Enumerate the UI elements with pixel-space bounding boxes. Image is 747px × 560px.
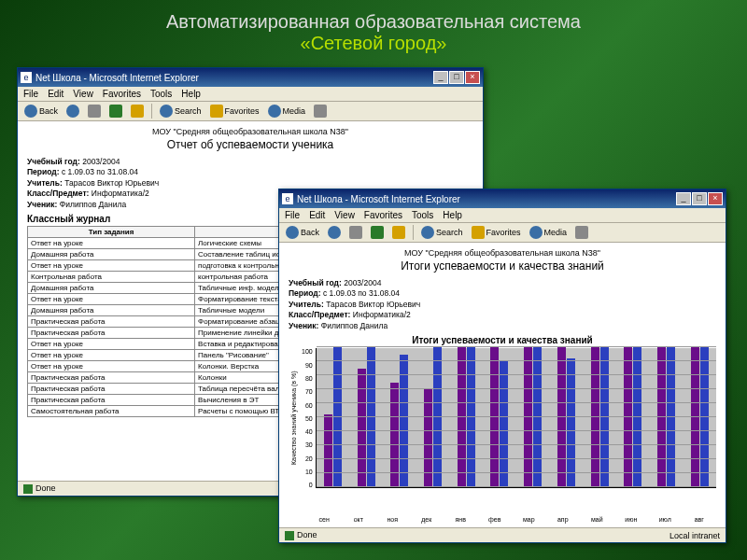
stop-button[interactable] — [85, 104, 104, 119]
ie-icon: e — [282, 193, 293, 204]
report-title: Итоги успеваемости и качества знаний — [289, 259, 716, 273]
bar — [691, 347, 699, 487]
menu-help[interactable]: Help — [443, 210, 462, 220]
bar — [367, 347, 375, 487]
refresh-button[interactable] — [106, 104, 125, 119]
back-button[interactable]: Back — [283, 225, 322, 240]
minimize-button[interactable]: _ — [433, 71, 448, 84]
bar-group — [416, 348, 450, 487]
bar-group — [449, 348, 483, 487]
home-button[interactable] — [389, 225, 408, 240]
titlebar[interactable]: e Net Школа - Microsoft Internet Explore… — [279, 189, 726, 208]
close-button[interactable]: × — [708, 192, 723, 205]
bar-group — [616, 348, 650, 487]
search-button[interactable]: Search — [157, 104, 204, 119]
menu-edit[interactable]: Edit — [48, 89, 63, 99]
bar-group — [483, 348, 516, 487]
window-title: Net Школа - Microsoft Internet Explorer — [35, 73, 433, 83]
done-icon — [23, 484, 33, 494]
menu-file[interactable]: File — [23, 89, 38, 99]
bar — [667, 347, 675, 487]
history-button[interactable] — [572, 225, 591, 240]
bar — [333, 347, 342, 487]
chart: Итоги успеваемости и качества знаний Кач… — [289, 335, 716, 523]
school-name: МОУ "Средняя общеобразовательная школа N… — [289, 248, 716, 258]
bar — [500, 361, 508, 487]
titlebar[interactable]: e Net Школа - Microsoft Internet Explore… — [18, 68, 483, 87]
slide-title-line1: Автоматизированная образовательная систе… — [0, 11, 747, 33]
bar — [567, 358, 575, 487]
media-button[interactable]: Media — [265, 104, 309, 119]
bar — [624, 347, 632, 487]
refresh-button[interactable] — [368, 225, 387, 240]
bar — [490, 347, 499, 487]
menu-tools[interactable]: Tools — [412, 210, 433, 220]
bar — [633, 347, 641, 487]
forward-button[interactable] — [325, 225, 344, 240]
y-axis-label: Качество знаний ученика (в %) — [289, 348, 299, 488]
bar — [700, 347, 709, 487]
status-text: Done — [297, 530, 317, 539]
y-axis-ticks: 1009080706050403020100 — [299, 348, 316, 488]
history-button[interactable] — [311, 104, 330, 119]
menu-tools[interactable]: Tools — [150, 89, 172, 99]
bar-group — [383, 348, 416, 487]
bar-group — [583, 348, 616, 487]
bar — [533, 347, 542, 487]
maximize-button[interactable]: □ — [692, 192, 707, 205]
media-button[interactable]: Media — [527, 225, 571, 240]
menu-help[interactable]: Help — [181, 89, 201, 99]
search-button[interactable]: Search — [418, 225, 466, 240]
bar-group — [516, 348, 550, 487]
menubar: File Edit View Favorites Tools Help — [279, 208, 726, 223]
x-axis-ticks: сеноктноядекянвфевмарапрмайиюниюлавг — [307, 516, 716, 523]
status-text: Done — [35, 483, 56, 493]
stop-button[interactable] — [346, 225, 365, 240]
slide-title: Автоматизированная образовательная систе… — [0, 0, 747, 58]
close-button[interactable]: × — [465, 71, 480, 84]
bar — [600, 347, 609, 487]
home-button[interactable] — [128, 104, 147, 119]
page-content-chart: МОУ "Средняя общеобразовательная школа N… — [279, 243, 726, 527]
menu-file[interactable]: File — [285, 210, 300, 220]
bar — [524, 347, 532, 487]
menu-view[interactable]: View — [334, 210, 355, 220]
forward-button[interactable] — [63, 104, 82, 119]
chart-plot — [316, 348, 716, 488]
done-icon — [285, 531, 294, 540]
zone-text: Local intranet — [669, 531, 720, 540]
chart-title: Итоги успеваемости и качества знаний — [289, 335, 716, 345]
bar-group — [349, 348, 383, 487]
bar-group — [650, 348, 684, 487]
bar-group — [683, 348, 716, 487]
bar — [557, 347, 566, 487]
menubar: File Edit View Favorites Tools Help — [18, 87, 483, 102]
menu-favorites[interactable]: Favorites — [103, 89, 141, 99]
favorites-button[interactable]: Favorites — [469, 225, 524, 240]
school-name: МОУ "Средняя общеобразовательная школа N… — [27, 127, 473, 136]
bar — [358, 369, 366, 488]
menu-edit[interactable]: Edit — [309, 210, 325, 220]
bar — [591, 347, 599, 487]
toolbar: Back Search Favorites Media — [18, 102, 483, 121]
bar — [467, 347, 475, 487]
bar-group — [317, 348, 350, 487]
bar — [458, 347, 466, 487]
back-button[interactable]: Back — [21, 104, 61, 119]
report-meta: Учебный год: 2003/2004 Период: с 1.09.03… — [289, 278, 716, 331]
bar — [657, 347, 666, 487]
menu-view[interactable]: View — [73, 89, 93, 99]
ie-icon: e — [21, 72, 32, 83]
maximize-button[interactable]: □ — [449, 71, 464, 84]
ie-window-chart: e Net Школа - Microsoft Internet Explore… — [278, 189, 726, 543]
statusbar: Done Local intranet — [279, 527, 726, 542]
menu-favorites[interactable]: Favorites — [364, 210, 402, 220]
report-title: Отчет об успеваемости ученика — [27, 138, 473, 151]
bar — [433, 347, 442, 487]
window-title: Net Школа - Microsoft Internet Explorer — [297, 194, 676, 204]
bar — [324, 414, 332, 487]
minimize-button[interactable]: _ — [676, 192, 691, 205]
favorites-button[interactable]: Favorites — [207, 104, 262, 119]
slide-title-line2: «Сетевой город» — [0, 33, 747, 54]
toolbar: Back Search Favorites Media — [279, 223, 726, 243]
